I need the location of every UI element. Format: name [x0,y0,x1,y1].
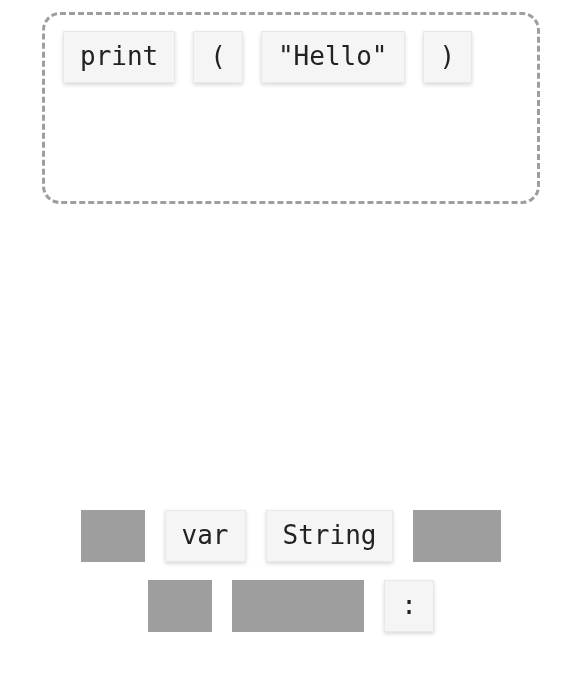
placeholder-slot [148,580,212,632]
token-colon[interactable]: : [384,580,434,632]
token-string-literal[interactable]: "Hello" [261,31,405,83]
placeholder-slot [413,510,501,562]
placeholder-slot [232,580,364,632]
token-open-paren[interactable]: ( [193,31,243,83]
token-string-type[interactable]: String [266,510,394,562]
token-var[interactable]: var [165,510,246,562]
tray-row-2: : [42,580,540,632]
token-close-paren[interactable]: ) [423,31,473,83]
code-dropzone[interactable]: print ( "Hello" ) [42,12,540,204]
token-print[interactable]: print [63,31,175,83]
token-tray: var String : [42,510,540,632]
tray-row-1: var String [42,510,540,562]
placeholder-slot [81,510,145,562]
